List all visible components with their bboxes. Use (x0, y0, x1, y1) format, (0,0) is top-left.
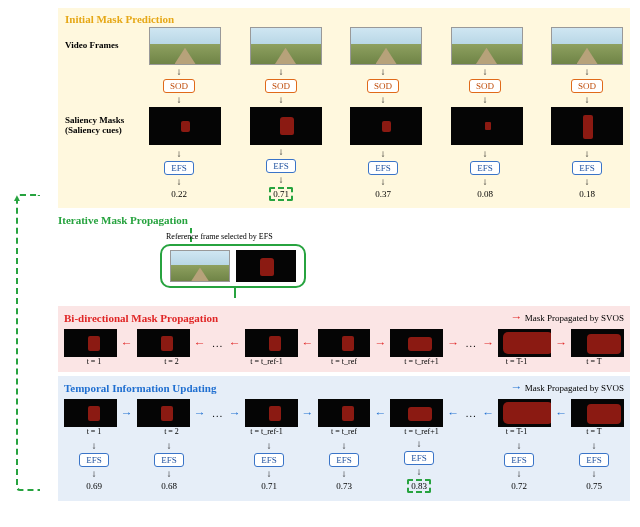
left-arrow-icon: ← (482, 406, 494, 421)
efs-score: 0.71 (261, 481, 277, 491)
legend-blue: → Mask Propagated by SVOS (503, 380, 625, 395)
sod-chip: SOD (469, 79, 501, 93)
down-arrow-icon: ↓ (381, 95, 386, 105)
title-initial: Initial Mask Prediction (65, 13, 623, 25)
down-arrow-icon: ↓ (517, 441, 522, 451)
down-arrow-icon: ↓ (517, 469, 522, 479)
efs-chip: EFS (504, 453, 534, 467)
efs-chip: EFS (154, 453, 184, 467)
down-arrow-icon: ↓ (417, 467, 422, 477)
right-arrow-icon: → (511, 380, 523, 394)
right-arrow-icon: → (302, 406, 314, 421)
efs-score-selected: 0.83 (407, 479, 431, 493)
left-arrow-icon: ← (194, 336, 206, 351)
right-arrow-icon: → (555, 336, 567, 351)
down-arrow-icon: ↓ (483, 177, 488, 187)
ellipsis: … (210, 407, 225, 419)
section-initial: Initial Mask Prediction Video Frames ↓SO… (58, 8, 630, 208)
prop-mask (245, 329, 298, 357)
video-frame-thumb (451, 27, 523, 65)
time-label: t = t_ref+1 (392, 427, 452, 436)
time-label: t = 2 (142, 427, 202, 436)
down-arrow-icon: ↓ (92, 441, 97, 451)
ellipsis: … (463, 337, 478, 349)
label-video-frames: Video Frames (65, 41, 143, 51)
down-arrow-icon: ↓ (483, 149, 488, 159)
right-arrow-icon: → (482, 336, 494, 351)
down-arrow-icon: ↓ (585, 149, 590, 159)
efs-score: 0.08 (477, 189, 493, 199)
left-arrow-icon: ← (229, 336, 241, 351)
iteration-loop-arrow (16, 194, 40, 491)
prop-mask (137, 329, 190, 357)
efs-chip: EFS (572, 161, 602, 175)
efs-score: 0.69 (86, 481, 102, 491)
down-arrow-icon: ↓ (342, 441, 347, 451)
prop-mask (64, 329, 117, 357)
down-arrow-icon: ↓ (381, 67, 386, 77)
time-label: t = 1 (64, 357, 124, 366)
sod-chip: SOD (367, 79, 399, 93)
left-arrow-icon: ← (374, 406, 386, 421)
down-arrow-icon: ↓ (592, 469, 597, 479)
down-arrow-icon: ↓ (279, 95, 284, 105)
efs-chip: EFS (254, 453, 284, 467)
down-arrow-icon: ↓ (585, 177, 590, 187)
right-arrow-icon: → (511, 310, 523, 324)
down-arrow-icon: ↓ (167, 469, 172, 479)
saliency-mask (451, 107, 523, 145)
saliency-mask (551, 107, 623, 145)
dashed-connector (234, 288, 236, 298)
reference-frame-box: Reference frame selected by EFS (160, 244, 306, 288)
prop-mask (571, 329, 624, 357)
down-arrow-icon: ↓ (167, 441, 172, 451)
efs-chip: EFS (579, 453, 609, 467)
reference-mask (236, 250, 296, 282)
time-label: t = 1 (64, 427, 124, 436)
reference-caption: Reference frame selected by EFS (166, 232, 273, 241)
time-label: t = t_ref-1 (237, 427, 297, 436)
upd-mask (571, 399, 624, 427)
left-arrow-icon: ← (555, 406, 567, 421)
efs-chip: EFS (329, 453, 359, 467)
video-frame-thumb (551, 27, 623, 65)
down-arrow-icon: ↓ (381, 149, 386, 159)
down-arrow-icon: ↓ (267, 441, 272, 451)
down-arrow-icon: ↓ (592, 441, 597, 451)
saliency-mask (350, 107, 422, 145)
efs-chip: EFS (404, 451, 434, 465)
down-arrow-icon: ↓ (585, 67, 590, 77)
right-arrow-icon: → (374, 336, 386, 351)
down-arrow-icon: ↓ (267, 469, 272, 479)
down-arrow-icon: ↓ (483, 67, 488, 77)
down-arrow-icon: ↓ (92, 469, 97, 479)
efs-score: 0.73 (336, 481, 352, 491)
down-arrow-icon: ↓ (279, 175, 284, 185)
left-arrow-icon: ← (447, 406, 459, 421)
down-arrow-icon: ↓ (177, 67, 182, 77)
time-label: t = T-1 (487, 427, 547, 436)
right-arrow-icon: → (229, 406, 241, 421)
efs-score: 0.22 (171, 189, 187, 199)
ellipsis: … (463, 407, 478, 419)
upd-mask (390, 399, 443, 427)
upd-mask (318, 399, 371, 427)
efs-chip: EFS (79, 453, 109, 467)
down-arrow-icon: ↓ (381, 177, 386, 187)
upd-mask (498, 399, 551, 427)
saliency-mask (250, 107, 322, 145)
efs-score: 0.72 (511, 481, 527, 491)
upd-mask (245, 399, 298, 427)
right-arrow-icon: → (121, 406, 133, 421)
section-bidirectional: Bi-directional Mask Propagation → Mask P… (58, 306, 630, 372)
down-arrow-icon: ↓ (417, 439, 422, 449)
time-label: t = t_ref (314, 427, 374, 436)
efs-score-selected: 0.71 (269, 187, 293, 201)
time-label: t = T-1 (487, 357, 547, 366)
upd-mask (137, 399, 190, 427)
efs-score: 0.37 (375, 189, 391, 199)
prop-mask-ref (318, 329, 371, 357)
label-saliency-masks: Saliency Masks (Saliency cues) (65, 116, 143, 136)
title-iterative: Iterative Mask Propagation (58, 214, 188, 226)
efs-chip: EFS (368, 161, 398, 175)
